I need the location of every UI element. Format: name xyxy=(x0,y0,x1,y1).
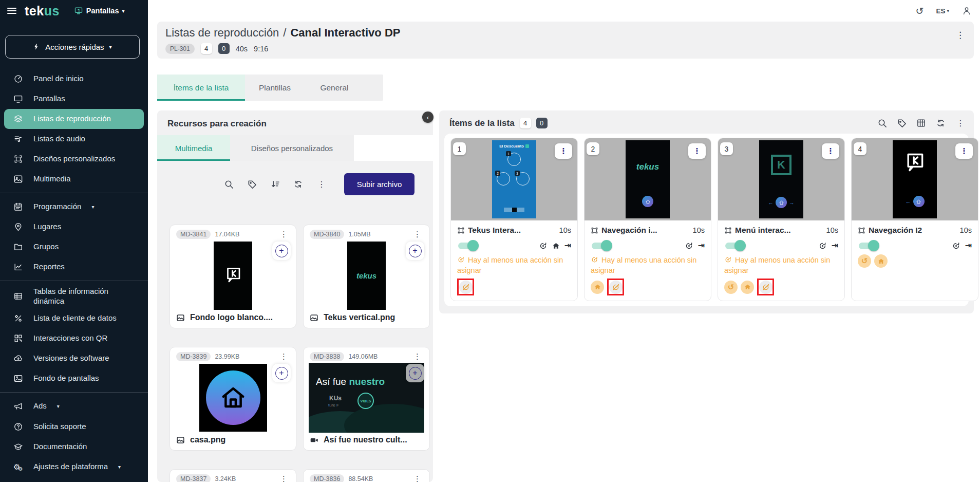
media-card[interactable]: MD-3837 3.24KB ⋮ xyxy=(169,469,296,482)
tab-multimedia[interactable]: Multimedia xyxy=(157,135,230,161)
tab-disenos-personalizados[interactable]: Diseños personalizados xyxy=(230,135,354,161)
list-item-card[interactable]: ← 4 ⋮ Navegación I2 10s ⇥ xyxy=(851,138,978,301)
upload-file-button[interactable]: Subir archivo xyxy=(344,173,414,195)
sidebar-item-disenos-personalizados[interactable]: Diseños personalizados xyxy=(0,149,148,169)
list-item-card[interactable]: tekus 2 ⋮ Navegación i... 10s ⇥ xyxy=(584,138,711,301)
sidebar-item-interacciones-qr[interactable]: Interacciones con QR xyxy=(0,328,148,348)
kebab-menu-icon[interactable]: ⋮ xyxy=(278,230,290,239)
item-warning: Hay al menos una acción sin asignar xyxy=(724,255,838,275)
item-enabled-toggle[interactable] xyxy=(591,240,612,251)
kebab-menu-icon[interactable]: ⋮ xyxy=(952,28,969,43)
add-to-list-button[interactable]: + xyxy=(406,364,424,382)
media-card[interactable]: MD-3838 149.06MB ⋮ Así fue nuestro KUs t… xyxy=(303,347,430,451)
home-action-chip[interactable] xyxy=(741,281,754,294)
kebab-menu-icon[interactable]: ⋮ xyxy=(955,143,973,159)
unassigned-action-highlight xyxy=(607,279,624,295)
back-action-chip[interactable]: ↺ xyxy=(724,281,738,294)
search-icon[interactable] xyxy=(877,118,887,128)
media-card[interactable]: MD-3836 88.54KB ⋮ xyxy=(303,469,430,482)
item-enabled-toggle[interactable] xyxy=(858,240,879,251)
media-id-badge: MD-3836 xyxy=(310,474,344,482)
divider xyxy=(0,281,148,281)
sidebar-item-tablas-informacion-dinamica[interactable]: Tablas de información dinámica xyxy=(0,285,148,308)
sidebar-item-lugares[interactable]: Lugares xyxy=(0,217,148,237)
kebab-menu-icon[interactable]: ⋮ xyxy=(411,474,423,482)
tab-plantillas[interactable]: Plantillas xyxy=(245,75,305,101)
breadcrumb-parent[interactable]: Listas de reproducción xyxy=(165,26,279,40)
item-enabled-toggle[interactable] xyxy=(457,240,479,251)
sidebar-item-panel-de-inicio[interactable]: Panel de inicio xyxy=(0,69,148,89)
menu-icon[interactable] xyxy=(6,5,17,16)
add-to-list-button[interactable]: + xyxy=(406,242,424,260)
sidebar-item-programacion[interactable]: Programación ▾ xyxy=(0,197,148,217)
media-card[interactable]: MD-3840 1.05MB ⋮ tekus + Tekus vertical.… xyxy=(303,225,430,328)
unassigned-interaction-chip[interactable] xyxy=(459,281,473,294)
screens-icon xyxy=(13,94,23,104)
list-item-card[interactable]: El Descuento 1 2 3 1 ⋮ Tekus Intera... 1… xyxy=(450,138,578,301)
tab-general[interactable]: General xyxy=(305,75,364,101)
sidebar-item-documentacion[interactable]: Documentación xyxy=(0,437,148,457)
media-name: casa.png xyxy=(190,435,225,444)
item-enabled-toggle[interactable] xyxy=(724,240,746,251)
kebab-menu-icon[interactable]: ⋮ xyxy=(955,118,966,128)
logo-square-icon xyxy=(525,144,529,148)
list-item-card[interactable]: K ← → 3 ⋮ Menú interac... 10s xyxy=(718,138,845,301)
language-selector[interactable]: ES ▾ xyxy=(936,7,949,15)
kebab-menu-icon[interactable]: ⋮ xyxy=(555,143,572,159)
collapse-panel-button[interactable]: ‹ xyxy=(422,112,434,123)
kebab-menu-icon[interactable]: ⋮ xyxy=(411,230,423,239)
add-to-list-button[interactable]: + xyxy=(272,364,291,382)
sidebar-item-multimedia[interactable]: Multimedia xyxy=(0,169,148,189)
sidebar-item-lista-cliente-datos[interactable]: Lista de cliente de datos xyxy=(0,308,148,328)
sidebar-item-grupos[interactable]: Grupos xyxy=(0,237,148,257)
custom-designs-icon xyxy=(13,154,23,164)
user-icon[interactable] xyxy=(962,6,972,16)
context-switcher[interactable]: Pantallas ▾ xyxy=(74,6,125,15)
kebab-menu-icon[interactable]: ⋮ xyxy=(822,143,839,159)
media-card[interactable]: MD-3839 23.99KB ⋮ + casa.png xyxy=(169,347,296,451)
image-type-icon xyxy=(176,313,185,322)
kebab-menu-icon[interactable]: ⋮ xyxy=(688,143,706,159)
quick-actions-button[interactable]: Acciones rápidas ▾ xyxy=(5,35,140,59)
unassigned-interaction-chip[interactable] xyxy=(609,281,623,294)
kebab-menu-icon[interactable]: ⋮ xyxy=(411,352,423,361)
sidebar: tekus Pantallas ▾ Acciones rápidas ▾ Pan… xyxy=(0,0,148,482)
home-button-icon xyxy=(913,196,925,207)
item-thumbnail: K ← → 3 ⋮ xyxy=(718,138,844,220)
sidebar-item-listas-de-reproduccion[interactable]: Listas de reproducción xyxy=(4,109,144,129)
back-action-chip[interactable]: ↺ xyxy=(858,254,871,268)
sidebar-item-listas-de-audio[interactable]: Listas de audio xyxy=(0,129,148,149)
home-action-chip[interactable] xyxy=(874,254,888,268)
add-to-list-button[interactable]: + xyxy=(272,242,291,260)
media-card[interactable]: MD-3841 17.04KB ⋮ + Fondo logo blanco...… xyxy=(169,225,296,328)
sidebar-item-ajustes-plataforma[interactable]: ⚙⚙ Ajustes de plataforma ▾ xyxy=(0,457,148,477)
sidebar-item-pantallas[interactable]: Pantallas xyxy=(0,89,148,109)
kebab-menu-icon[interactable]: ⋮ xyxy=(278,352,290,361)
search-icon[interactable] xyxy=(224,179,234,189)
refresh-icon[interactable] xyxy=(936,118,946,128)
breadcrumb-separator: / xyxy=(283,26,286,40)
kebab-menu-icon[interactable]: ⋮ xyxy=(316,179,327,189)
tag-icon[interactable] xyxy=(897,118,907,128)
image-type-icon xyxy=(176,436,185,444)
tag-icon[interactable] xyxy=(247,179,257,189)
unassigned-interaction-chip[interactable] xyxy=(759,281,772,294)
sidebar-item-reportes[interactable]: Reportes xyxy=(0,257,148,277)
kebab-menu-icon[interactable]: ⋮ xyxy=(278,474,290,482)
media-id-badge: MD-3839 xyxy=(176,352,211,361)
sidebar-item-ads[interactable]: Ads ▾ xyxy=(0,396,148,416)
sort-icon[interactable] xyxy=(270,179,280,189)
refresh-icon[interactable] xyxy=(293,179,303,189)
resources-title: Recursos para creación xyxy=(167,119,433,129)
sidebar-item-solicita-soporte[interactable]: Solicita soporte xyxy=(0,417,148,437)
tekus-logo[interactable]: tekus xyxy=(25,4,60,18)
history-icon[interactable]: ↺ xyxy=(916,5,924,17)
documentation-icon xyxy=(13,442,23,452)
sidebar-item-versiones-software[interactable]: Versiones de software xyxy=(0,348,148,368)
home-action-chip[interactable] xyxy=(591,281,604,294)
table-view-icon[interactable] xyxy=(916,118,926,128)
unassigned-action-highlight xyxy=(457,279,474,295)
tab-items-de-la-lista[interactable]: Ítems de la lista xyxy=(157,75,245,101)
skip-to-end-icon: ⇥ xyxy=(965,242,972,250)
sidebar-item-fondo-pantallas[interactable]: Fondo de pantallas xyxy=(0,368,148,388)
